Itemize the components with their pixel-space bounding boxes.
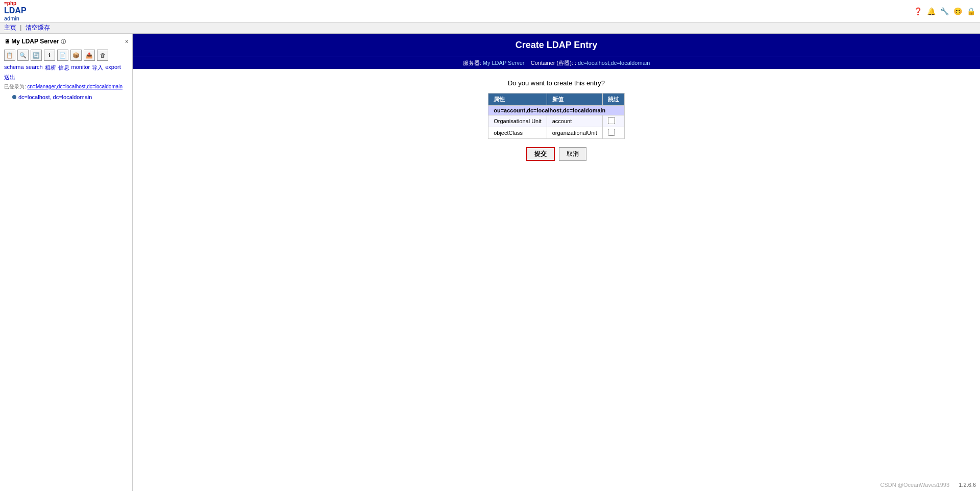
subheader-container-link[interactable]: dc=localhost,dc=localdomain bbox=[578, 60, 650, 66]
link-info[interactable]: 信息 bbox=[58, 64, 69, 72]
skip-checkbox-0[interactable] bbox=[608, 117, 615, 124]
link-import[interactable]: 导入 bbox=[92, 64, 103, 72]
link-schema[interactable]: schema bbox=[4, 64, 24, 72]
bell-icon[interactable]: 🔔 bbox=[926, 6, 936, 16]
copy-btn[interactable]: 📄 bbox=[57, 50, 68, 61]
col-attr: 属性 bbox=[488, 93, 547, 106]
attr-name-0: Organisational Unit bbox=[488, 115, 547, 127]
watermark: CSDN @OceanWaves1993 bbox=[880, 482, 949, 488]
dn-value: ou=account,dc=localhost,dc=localdomain bbox=[488, 106, 625, 115]
login-user[interactable]: cn=Manager,dc=localhost,dc=localdomain bbox=[28, 84, 123, 89]
content-header: Create LDAP Entry bbox=[133, 34, 980, 57]
tree-link-localdomain[interactable]: dc=localhost, dc=localdomain bbox=[18, 94, 92, 100]
user-icon[interactable]: 😊 bbox=[952, 6, 963, 16]
nav-clear-cache[interactable]: 清空缓存 bbox=[26, 24, 50, 31]
content: Create LDAP Entry 服务器: My LDAP Server Co… bbox=[133, 34, 980, 491]
form-buttons: 提交 取消 bbox=[143, 147, 970, 161]
subheader-server-label: 服务器: bbox=[463, 60, 481, 66]
submit-button[interactable]: 提交 bbox=[526, 147, 555, 161]
attr-name-1: objectClass bbox=[488, 127, 547, 139]
subheader-container-label: Container (容器): bbox=[531, 60, 573, 66]
login-label: 已登录为: bbox=[4, 84, 26, 89]
attr-skip-1[interactable] bbox=[602, 127, 624, 139]
subheader-server-link[interactable]: My LDAP Server bbox=[483, 60, 525, 66]
attr-value-1: organizationalUnit bbox=[547, 127, 602, 139]
nav-home[interactable]: 主页 bbox=[4, 24, 16, 31]
sidebar-toolbar: 📋 🔍 🔄 ℹ 📄 📦 📤 🗑 bbox=[0, 48, 132, 63]
skip-checkbox-1[interactable] bbox=[608, 129, 615, 136]
refresh-btn[interactable]: 🔄 bbox=[31, 50, 42, 61]
sidebar-links: schema search 粗析 信息 monitor 导入 export 送出 bbox=[0, 63, 132, 82]
version-text: 1.2.6.6 bbox=[959, 482, 976, 488]
top-icons: ❓ 🔔 🔧 😊 🔒 bbox=[913, 6, 976, 16]
search-btn[interactable]: 🔍 bbox=[17, 50, 29, 61]
sidebar-login-info: 已登录为: cn=Manager,dc=localhost,dc=localdo… bbox=[0, 82, 132, 91]
table-row: Organisational Unit account bbox=[488, 115, 625, 127]
dn-row: ou=account,dc=localhost,dc=localdomain bbox=[488, 106, 625, 115]
link-analysis[interactable]: 粗析 bbox=[45, 64, 56, 72]
server-icon: 🖥 bbox=[4, 38, 10, 44]
sidebar: 🖥 My LDAP Server ⓘ × 📋 🔍 🔄 ℹ 📄 📦 📤 🗑 sch… bbox=[0, 34, 133, 491]
link-monitor[interactable]: monitor bbox=[71, 64, 90, 72]
nav-separator: | bbox=[20, 24, 21, 31]
link-logout[interactable]: 送出 bbox=[4, 74, 15, 81]
topbar: =php LDAP admin ❓ 🔔 🔧 😊 🔒 bbox=[0, 0, 980, 22]
col-value: 新值 bbox=[547, 93, 602, 106]
logo: =php LDAP admin bbox=[4, 1, 29, 21]
info-btn[interactable]: ℹ bbox=[44, 50, 55, 61]
header-title: Create LDAP Entry bbox=[516, 40, 598, 50]
link-search[interactable]: search bbox=[26, 64, 43, 72]
attr-value-0: account bbox=[547, 115, 602, 127]
table-row: objectClass organizationalUnit bbox=[488, 127, 625, 139]
sidebar-collapse-btn[interactable]: × bbox=[125, 39, 128, 44]
tree-dot-icon bbox=[12, 95, 16, 99]
sidebar-tree: dc=localhost, dc=localdomain bbox=[0, 91, 132, 103]
logo-php: =php bbox=[4, 1, 16, 6]
tools-icon[interactable]: 🔧 bbox=[939, 6, 949, 16]
content-body: Do you want to create this entry? 属性 新值 … bbox=[133, 69, 980, 171]
tree-item-localdomain: dc=localhost, dc=localdomain bbox=[12, 93, 128, 101]
sidebar-header: 🖥 My LDAP Server ⓘ × bbox=[0, 36, 132, 48]
attr-skip-0[interactable] bbox=[602, 115, 624, 127]
logo-ldap: LDAP bbox=[4, 6, 27, 15]
delete-btn[interactable]: 🗑 bbox=[97, 50, 108, 61]
link-export[interactable]: export bbox=[105, 64, 121, 72]
help-icon[interactable]: ❓ bbox=[913, 6, 923, 16]
server-info-icon[interactable]: ⓘ bbox=[61, 39, 66, 44]
cancel-button[interactable]: 取消 bbox=[559, 147, 586, 161]
sidebar-server-name: 🖥 My LDAP Server ⓘ bbox=[4, 38, 66, 45]
col-skip: 跳过 bbox=[602, 93, 624, 106]
content-subheader: 服务器: My LDAP Server Container (容器): : dc… bbox=[133, 57, 980, 69]
lock-icon[interactable]: 🔒 bbox=[966, 6, 976, 16]
entry-table: 属性 新值 跳过 ou=account,dc=localhost,dc=loca… bbox=[488, 93, 625, 139]
navbar: 主页 | 清空缓存 bbox=[0, 22, 980, 34]
export-btn[interactable]: 📦 bbox=[70, 50, 82, 61]
confirm-text: Do you want to create this entry? bbox=[143, 79, 970, 87]
import-btn[interactable]: 📤 bbox=[84, 50, 95, 61]
main-layout: 🖥 My LDAP Server ⓘ × 📋 🔍 🔄 ℹ 📄 📦 📤 🗑 sch… bbox=[0, 34, 980, 491]
create-entry-btn[interactable]: 📋 bbox=[4, 50, 15, 61]
logo-admin: admin bbox=[4, 15, 19, 21]
